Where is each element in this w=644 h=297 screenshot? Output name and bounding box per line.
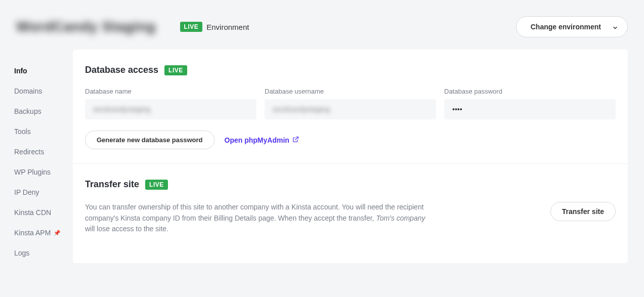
sidebar-item-label: Redirects xyxy=(14,148,44,156)
transfer-text-part2: will lose access to the site. xyxy=(85,225,168,233)
database-password-field: Database password •••• xyxy=(444,88,616,119)
database-username-input[interactable]: wordcandystaging xyxy=(265,99,436,119)
generate-password-button[interactable]: Generate new database password xyxy=(85,131,214,149)
link-label: Open phpMyAdmin xyxy=(225,136,289,144)
external-link-icon xyxy=(292,136,299,144)
database-name-input[interactable]: wordcandystaging xyxy=(85,99,256,119)
sidebar-item-domains[interactable]: Domains xyxy=(14,81,73,101)
transfer-site-button[interactable]: Transfer site xyxy=(550,202,616,221)
environment-indicator: LIVE Environment xyxy=(180,22,249,32)
sidebar-item-backups[interactable]: Backups xyxy=(14,101,73,121)
sidebar-item-wp-plugins[interactable]: WP Plugins xyxy=(14,162,73,182)
section-header: Database access LIVE xyxy=(85,65,616,75)
chevron-down-icon xyxy=(612,24,617,29)
change-environment-button[interactable]: Change environment xyxy=(516,16,628,37)
page-header: WordCandy Staging LIVE Environment Chang… xyxy=(0,0,644,50)
sidebar-item-tools[interactable]: Tools xyxy=(14,121,73,142)
sidebar-item-label: Domains xyxy=(14,87,42,95)
field-label: Database password xyxy=(444,88,616,95)
transfer-company-name: Tom's company xyxy=(376,214,425,222)
database-fields-row: Database name wordcandystaging Database … xyxy=(85,88,616,119)
field-label: Database username xyxy=(265,88,436,95)
transfer-text-part1: You can transfer ownership of this site … xyxy=(85,203,424,222)
transfer-body: You can transfer ownership of this site … xyxy=(85,202,616,235)
sidebar-item-kinsta-cdn[interactable]: Kinsta CDN xyxy=(14,202,73,223)
live-badge: LIVE xyxy=(164,65,187,75)
change-environment-label: Change environment xyxy=(531,23,601,31)
database-name-field: Database name wordcandystaging xyxy=(85,88,256,119)
live-badge: LIVE xyxy=(145,180,168,190)
pin-icon: 📌 xyxy=(54,230,61,236)
database-access-section: Database access LIVE Database name wordc… xyxy=(73,50,628,164)
sidebar-item-label: Info xyxy=(14,67,27,75)
section-title: Transfer site xyxy=(85,179,139,190)
database-password-input[interactable]: •••• xyxy=(444,99,616,119)
transfer-description: You can transfer ownership of this site … xyxy=(85,202,429,235)
sidebar-item-label: Backups xyxy=(14,107,41,115)
sidebar-item-label: WP Plugins xyxy=(14,168,51,176)
database-username-field: Database username wordcandystaging xyxy=(265,88,436,119)
live-badge: LIVE xyxy=(180,22,203,32)
header-left: WordCandy Staging LIVE Environment xyxy=(16,19,249,35)
field-label: Database name xyxy=(85,88,256,95)
sidebar-nav: Info Domains Backups Tools Redirects WP … xyxy=(0,50,73,263)
sidebar-item-label: IP Deny xyxy=(14,188,39,196)
database-actions: Generate new database password Open phpM… xyxy=(85,131,616,149)
environment-label: Environment xyxy=(206,23,249,31)
database-password-value: •••• xyxy=(452,105,462,113)
sidebar-item-kinsta-apm[interactable]: Kinsta APM 📌 xyxy=(14,223,73,243)
section-header: Transfer site LIVE xyxy=(85,179,616,190)
sidebar-item-label: Tools xyxy=(14,128,31,136)
sidebar-item-logs[interactable]: Logs xyxy=(14,243,73,263)
sidebar-item-ip-deny[interactable]: IP Deny xyxy=(14,182,73,202)
sidebar-item-label: Logs xyxy=(14,249,29,257)
sidebar-item-label: Kinsta CDN xyxy=(14,208,51,217)
site-title: WordCandy Staging xyxy=(16,19,156,35)
sidebar-item-info[interactable]: Info xyxy=(14,61,73,81)
sidebar-item-redirects[interactable]: Redirects xyxy=(14,142,73,162)
database-name-value: wordcandystaging xyxy=(93,105,150,113)
section-title: Database access xyxy=(85,65,158,75)
main-content: Database access LIVE Database name wordc… xyxy=(73,50,628,263)
open-phpmyadmin-link[interactable]: Open phpMyAdmin xyxy=(225,136,299,144)
database-username-value: wordcandystaging xyxy=(273,105,330,113)
sidebar-item-label: Kinsta APM xyxy=(14,229,51,237)
svg-line-0 xyxy=(295,137,298,140)
transfer-site-section: Transfer site LIVE You can transfer owne… xyxy=(73,164,628,249)
